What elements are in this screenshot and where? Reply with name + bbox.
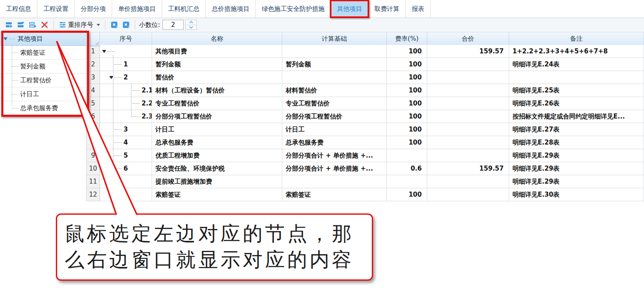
cell-rate[interactable]: 0.6 [387,162,427,175]
reorder-button[interactable]: 重排序号 [57,20,102,30]
cell-calculation-basis[interactable]: 分部分项合计 + 单价措施 +... [282,149,387,162]
cell-remark[interactable] [509,71,644,84]
row-number[interactable]: 6 [86,110,100,123]
cell-amount[interactable] [427,97,509,110]
spinner-down-button[interactable] [185,25,197,30]
cell-remark[interactable]: 明细详见E.28表 [509,136,644,149]
cell-name[interactable]: 总承包服务费 [152,136,282,149]
cell-amount[interactable] [427,123,509,136]
decimal-spinner-value[interactable]: 2 [163,20,184,30]
cell-name[interactable]: 分部分项工程暂估价 [152,110,282,123]
cell-serial[interactable]: 2 [100,71,152,84]
row-number[interactable]: 9 [86,149,100,162]
cell-amount[interactable] [427,71,509,84]
collapse-triangle-icon[interactable] [3,37,8,40]
cell-amount[interactable] [427,149,509,162]
row-number[interactable]: 7 [86,123,100,136]
row-number[interactable]: 5 [86,97,100,110]
row-number[interactable]: 12 [86,188,100,201]
cell-remark[interactable]: 明细详见E.29表 [509,149,644,162]
insert-child-row-button[interactable] [15,20,27,30]
column-header-6[interactable]: 备注 [509,32,644,46]
cell-name[interactable]: 计日工 [152,123,282,136]
cell-serial[interactable]: 2.2 [100,97,152,110]
column-header-1[interactable]: 序号 [100,32,152,46]
cell-calculation-basis[interactable] [282,71,387,84]
cell-calculation-basis[interactable]: 分部分项工程暂估价 [282,110,387,123]
excel-export-button[interactable] [108,20,120,30]
cell-serial[interactable] [100,188,152,201]
cell-name[interactable]: 提前竣工措施增加费 [152,175,282,188]
cell-name[interactable]: 暂列金额 [152,58,282,71]
cell-amount[interactable] [427,58,509,71]
tab-6[interactable]: 总价措施项目 [206,0,256,18]
cell-name[interactable]: 暂估价 [152,71,282,84]
tab-4[interactable]: 单价措施项目 [112,0,162,18]
cell-remark[interactable]: 明细详见E.29表 [509,175,644,188]
cell-amount[interactable]: 159.57 [427,162,509,175]
tab-8-active[interactable]: 其他项目 [331,0,368,18]
tab-5[interactable]: 工料机汇总 [162,0,206,18]
cell-amount[interactable] [427,175,509,188]
cell-serial[interactable]: 1 [100,58,152,71]
tree-item-3[interactable]: 工程暂估价 [0,74,86,87]
cell-rate[interactable]: 100 [387,71,427,84]
cell-calculation-basis[interactable] [282,45,387,58]
cell-serial[interactable] [100,175,152,188]
cell-remark[interactable]: 明细详见E.24表 [509,58,644,71]
cell-calculation-basis[interactable]: 计日工 [282,123,387,136]
cell-calculation-basis[interactable]: 总承包服务费 [282,136,387,149]
row-number[interactable]: 1 [86,45,100,58]
insert-sibling-row-button[interactable] [3,20,15,30]
cell-serial[interactable]: 2.3 [100,110,152,123]
row-number[interactable]: 3 [86,71,100,84]
tab-1[interactable]: 工程信息 [0,0,37,18]
cell-rate[interactable] [387,149,427,162]
cell-name[interactable]: 其他项目费 [152,45,282,58]
tree-item-2[interactable]: 暂列金额 [0,60,86,74]
cell-serial[interactable]: 2.1 [100,84,152,97]
tree-item-1[interactable]: 索赔签证 [0,46,86,60]
cell-rate[interactable]: 100 [387,123,427,136]
collapse-triangle-icon[interactable] [109,76,113,79]
cell-remark[interactable]: 明细详见E.25表 [509,84,644,97]
cell-calculation-basis[interactable]: 索赔签证 [282,188,387,201]
cell-amount[interactable] [427,136,509,149]
cell-amount[interactable] [427,84,509,97]
row-number[interactable]: 4 [86,84,100,97]
excel-import-button[interactable] [120,20,132,30]
cell-amount[interactable]: 159.57 [427,45,509,58]
cell-remark[interactable]: 明细详见E.29表 [509,162,644,175]
tab-3[interactable]: 分部分项 [75,0,112,18]
cell-rate[interactable]: 100 [387,136,427,149]
column-header-2[interactable]: 名称 [152,32,282,46]
tree-item-5[interactable]: 总承包服务费 [0,101,86,115]
tree-root-item[interactable]: 其他项目 [0,32,86,46]
cell-serial[interactable] [100,45,152,58]
cell-serial[interactable]: 5 [100,149,152,162]
cell-name[interactable]: 材料（工程设备）暂估价 [152,84,282,97]
cell-rate[interactable]: 100 [387,188,427,201]
cell-amount[interactable] [427,188,509,201]
cell-rate[interactable] [387,175,427,188]
cell-rate[interactable]: 100 [387,45,427,58]
tab-9[interactable]: 取费计算 [368,0,406,18]
cell-remark[interactable]: 明细详见E.27表 [509,123,644,136]
cell-remark[interactable]: 按招标文件规定或合同约定明细详见E... [509,110,644,123]
cell-calculation-basis[interactable] [282,175,387,188]
cell-remark[interactable]: 1+2.2+2.3+3+4+5+6+7+8 [509,45,644,58]
cell-serial[interactable]: 4 [100,136,152,149]
insert-row-button[interactable] [27,20,39,30]
cell-rate[interactable]: 100 [387,97,427,110]
cell-rate[interactable]: 100 [387,110,427,123]
table-corner-cell[interactable] [86,32,100,46]
column-header-4[interactable]: 费率(%) [387,32,427,46]
cell-serial[interactable]: 3 [100,123,152,136]
row-number[interactable]: 2 [86,58,100,71]
cell-calculation-basis[interactable]: 专业工程暂估价 [282,97,387,110]
tab-10[interactable]: 报表 [406,0,431,18]
row-number[interactable]: 8 [86,136,100,149]
tab-7[interactable]: 绿色施工安全防护措施 [256,0,331,18]
cell-remark[interactable]: 明细详见E.26表 [509,97,644,110]
cell-serial[interactable]: 6 [100,162,152,175]
